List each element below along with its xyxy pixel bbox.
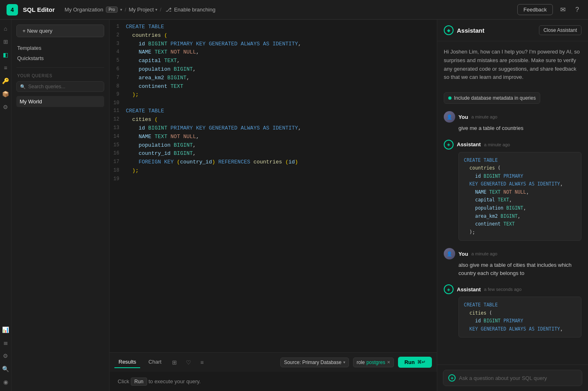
code-line-2: 2 countries ( <box>110 31 437 40</box>
queries-panel: + New query Templates Quickstarts YOUR Q… <box>11 20 110 391</box>
chat-intro: Hi Joshen Lim, how can I help you? I'm p… <box>444 48 581 82</box>
code-block-1: CREATE TABLE countries ( id BIGINT PRIMA… <box>458 152 581 241</box>
breadcrumb-org[interactable]: My Organization Pro ▾ <box>65 7 122 13</box>
role-chevron-icon: ✕ <box>387 360 390 364</box>
message-sender-2: Assistant <box>457 141 481 147</box>
message-time-3: a minute ago <box>472 251 498 256</box>
message-sender: You <box>458 114 468 120</box>
role-key: role <box>357 360 365 365</box>
sidebar-functions-icon[interactable]: ⚙ <box>0 101 11 113</box>
app-logo: 4 <box>7 4 18 16</box>
main-area: ⌂ ⊞ ◧ ≡ 🔑 📦 ⚙ 📊 ≣ ⚙ 🔍 ◉ + New query Temp… <box>0 20 588 391</box>
chat-messages: Hi Joshen Lim, how can I help you? I'm p… <box>437 41 588 364</box>
results-tab[interactable]: Results <box>114 356 140 368</box>
feedback-button[interactable]: Feedback <box>517 4 553 15</box>
assistant-icon: ◈ <box>444 25 454 35</box>
run-shortcut: ⌘↵ <box>417 360 425 365</box>
chevron-down-icon: ▾ <box>120 7 122 12</box>
enable-branching-button[interactable]: ⎇ Enable branching <box>165 7 215 13</box>
format-icon[interactable]: ≡ <box>198 357 206 367</box>
sidebar-query-icon[interactable]: ◧ <box>0 49 11 60</box>
chat-input-box: ◈ <box>443 370 582 386</box>
chat-message-assistant-1: ◈ Assistant a minute ago CREATE TABLE co… <box>444 140 581 241</box>
avatar: 👤 <box>444 111 455 123</box>
chat-message-header-4: ◈ Assistant a few seconds ago <box>444 284 581 294</box>
your-queries-label: YOUR QUERIES <box>16 72 104 80</box>
results-run-link[interactable]: Run <box>131 378 147 386</box>
message-body-4: CREATE TABLE cities ( id BIGINT PRIMARY … <box>444 296 581 337</box>
message-sender-3: You <box>458 251 468 257</box>
search-input[interactable] <box>28 84 101 89</box>
chat-message-user-2: 👤 You a minute ago also give me a table … <box>444 248 581 277</box>
breadcrumb-sep-2: / <box>160 7 161 13</box>
code-line-11: 11 CREATE TABLE <box>110 107 437 116</box>
results-prompt-after: to execute your query. <box>148 378 201 384</box>
new-query-button[interactable]: + New query <box>16 25 104 37</box>
message-body: give me a table of countries <box>444 124 581 132</box>
help-icon-button[interactable]: ? <box>573 4 581 15</box>
results-area: Click Run to execute your query. <box>110 372 437 391</box>
chat-message-header-2: ◈ Assistant a minute ago <box>444 140 581 150</box>
editor-bottom-bar: Results Chart ⊞ ♡ ≡ Source: Primary Data… <box>110 352 437 372</box>
sidebar-logs-icon[interactable]: ≣ <box>0 337 11 349</box>
chevron-down-icon-2: ▾ <box>155 7 157 12</box>
chat-message-user-1: 👤 You a minute ago give me a table of co… <box>444 111 581 132</box>
chart-tab[interactable]: Chart <box>144 356 165 368</box>
source-selector[interactable]: Source: Primary Database ▾ <box>280 357 349 367</box>
role-badge[interactable]: role postgres ✕ <box>353 357 394 367</box>
sidebar-chart-icon[interactable]: 📊 <box>0 324 11 335</box>
message-time-4: a few seconds ago <box>484 287 522 292</box>
sidebar-home-icon[interactable]: ⌂ <box>0 23 11 34</box>
breadcrumb-sep: / <box>125 7 126 13</box>
source-label: Source: Primary Database <box>284 360 342 365</box>
sidebar-auth-icon[interactable]: 🔑 <box>0 75 11 87</box>
sidebar-storage-icon[interactable]: 📦 <box>0 88 11 100</box>
assistant-icon-2: ◈ <box>444 140 454 150</box>
dot-green <box>448 96 452 100</box>
divider <box>16 67 104 68</box>
message-time-2: a minute ago <box>484 142 510 147</box>
code-editor[interactable]: 1 CREATE TABLE 2 countries ( 3 id BIGINT… <box>110 20 437 352</box>
code-block-2: CREATE TABLE cities ( id BIGINT PRIMARY … <box>458 297 581 337</box>
message-sender-4: Assistant <box>457 286 481 293</box>
code-line-18: 18 ); <box>110 167 437 175</box>
grid-view-icon[interactable]: ⊞ <box>170 357 179 367</box>
mail-icon-button[interactable]: ✉ <box>558 4 568 15</box>
enable-branching-label: Enable branching <box>174 7 215 13</box>
sidebar-table-icon[interactable]: ⊞ <box>0 36 11 47</box>
code-line-8: 8 continent TEXT <box>110 83 437 91</box>
code-line-1: 1 CREATE TABLE <box>110 23 437 31</box>
assistant-title-label: Assistant <box>457 27 485 34</box>
code-line-6: 6 population BIGINT, <box>110 65 437 74</box>
results-prompt-text: Click <box>118 378 129 384</box>
run-label: Run <box>405 359 415 365</box>
chat-input-icon: ◈ <box>448 374 456 382</box>
favorite-icon[interactable]: ♡ <box>183 357 194 367</box>
sidebar-report-icon[interactable]: ≡ <box>0 62 11 74</box>
code-line-19: 19 <box>110 175 437 183</box>
sidebar-profile-icon[interactable]: ◉ <box>0 376 11 388</box>
chat-message-header: 👤 You a minute ago <box>444 111 581 123</box>
chat-header: ◈ Assistant Close Assistant <box>437 20 588 41</box>
code-line-16: 16 country_id BIGINT, <box>110 150 437 158</box>
role-value: postgres <box>367 360 385 365</box>
sidebar-settings-icon[interactable]: ⚙ <box>0 350 11 362</box>
run-button[interactable]: Run ⌘↵ <box>398 357 432 368</box>
query-item-my-world[interactable]: My World <box>16 96 104 107</box>
code-line-17: 17 FOREIGN KEY (country_id) REFERENCES c… <box>110 158 437 167</box>
project-name: My Project <box>129 7 154 13</box>
code-line-15: 15 population BIGINT, <box>110 141 437 150</box>
chat-input[interactable] <box>459 375 577 381</box>
db-metadata-label: Include database metadata in queries <box>454 95 536 101</box>
editor-area: 1 CREATE TABLE 2 countries ( 3 id BIGINT… <box>110 20 437 391</box>
search-box: 🔍 <box>16 81 104 92</box>
close-assistant-button[interactable]: Close Assistant <box>539 25 581 35</box>
top-nav: 4 SQL Editor My Organization Pro ▾ / My … <box>0 0 588 20</box>
code-line-12: 12 cities ( <box>110 116 437 124</box>
templates-link[interactable]: Templates <box>16 43 104 53</box>
db-metadata-toggle[interactable]: Include database metadata in queries <box>444 92 540 104</box>
sidebar-search-icon[interactable]: 🔍 <box>0 363 11 375</box>
quickstarts-link[interactable]: Quickstarts <box>16 53 104 63</box>
breadcrumb-project[interactable]: My Project ▾ <box>129 7 157 13</box>
breadcrumb: My Organization Pro ▾ / My Project ▾ / ⎇… <box>65 7 215 13</box>
